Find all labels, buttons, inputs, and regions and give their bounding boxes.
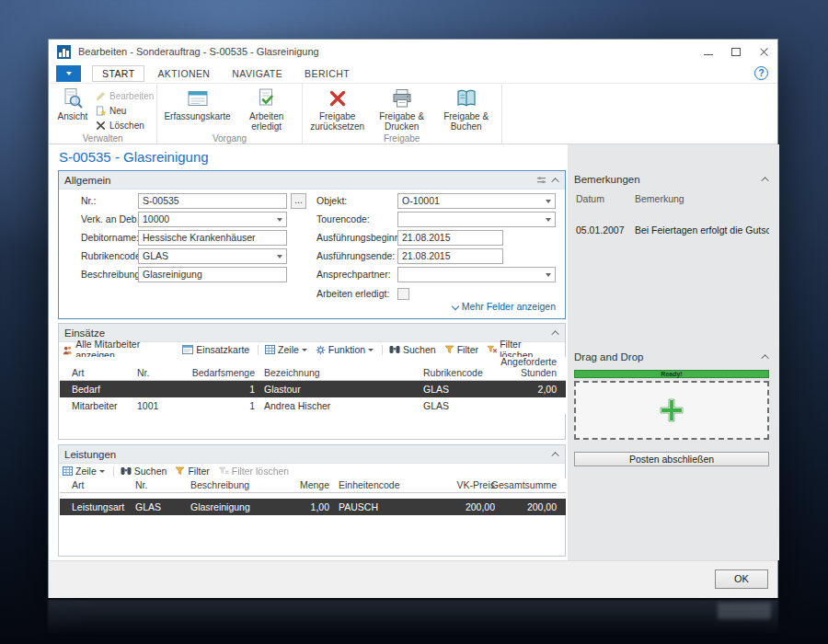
tourencode-field[interactable] <box>397 212 556 227</box>
freigabe-zuruecksetzen-button[interactable]: Freigabe zurücksetzen <box>305 86 370 132</box>
collapse-chevron-icon[interactable] <box>551 178 558 185</box>
ansprechpartner-field[interactable] <box>397 267 556 282</box>
table-row[interactable]: Leistungsart GLAS Glasreinigung 1,00 PAU… <box>60 499 566 515</box>
allgemein-header[interactable]: Allgemein <box>59 171 565 190</box>
ansicht-button[interactable]: Ansicht <box>52 86 94 122</box>
close-button[interactable] <box>750 40 777 63</box>
dropdown-arrow-icon[interactable] <box>277 255 282 259</box>
column-header-bedarfsmenge[interactable]: Bedarfsmenge <box>189 357 255 380</box>
column-header-einheitencode[interactable]: Einheitencode <box>329 478 431 492</box>
help-button[interactable]: ? <box>754 66 768 80</box>
suchen-button[interactable]: Suchen <box>389 344 436 355</box>
arbeiten-erledigt-checkbox[interactable] <box>397 288 409 300</box>
einsatzkarte-button[interactable]: Einsatzkarte <box>182 344 249 355</box>
group-label-verwalten: Verwalten <box>52 132 154 144</box>
work-done-check-icon <box>256 87 278 109</box>
ribbon-tab-row: START AKTIONEN NAVIGATE BERICHT ? <box>49 63 777 84</box>
view-magnifier-icon <box>62 87 84 109</box>
nr-label: Nr.: <box>81 193 96 209</box>
leistungen-toolbar: Zeile Suchen Filter <box>59 464 565 478</box>
leistungen-grid-header: Art Nr. Beschreibung Menge Einheitencode… <box>60 478 566 493</box>
filter-button[interactable]: Filter <box>444 344 478 355</box>
ansprechpartner-label: Ansprechpartner: <box>316 267 391 282</box>
column-header-bemerkung[interactable]: Bemerkung <box>635 193 769 204</box>
zeile-menu-button[interactable]: Zeile <box>63 466 105 477</box>
binoculars-icon <box>389 345 400 354</box>
freigabe-drucken-button[interactable]: Freigabe & Drucken <box>370 86 434 132</box>
entry-card-icon <box>187 87 209 109</box>
collapse-chevron-icon[interactable] <box>761 354 768 362</box>
dropdown-arrow-icon[interactable] <box>546 218 551 222</box>
column-header-gesamtsumme[interactable]: Gesamtsumme <box>495 478 566 492</box>
minimize-button[interactable] <box>695 40 722 63</box>
filter-loeschen-button[interactable]: Filter löschen <box>218 466 289 477</box>
column-header-beschreibung[interactable]: Beschreibung <box>189 478 276 492</box>
tab-bericht[interactable]: BERICHT <box>295 66 359 81</box>
ok-button-reflection <box>718 603 771 619</box>
app-icon <box>57 45 71 59</box>
column-header-nr[interactable]: Nr. <box>133 478 189 492</box>
column-header-angeforderte-stunden[interactable]: Angeforderte Stunden <box>499 357 566 380</box>
delete-x-icon <box>96 121 106 131</box>
app-menu-button[interactable] <box>56 65 81 82</box>
tab-aktionen[interactable]: AKTIONEN <box>148 66 219 81</box>
funktion-menu-button[interactable]: Funktion <box>316 344 374 355</box>
beschreibung-field[interactable]: Glasreinigung <box>138 267 287 282</box>
bemerkungen-header[interactable]: Bemerkungen <box>574 171 769 188</box>
bearbeiten-button[interactable]: Bearbeiten <box>96 88 154 103</box>
loeschen-button[interactable]: Löschen <box>96 118 154 132</box>
ribbon: Ansicht Bearbeiten Neu <box>49 84 777 144</box>
rubrikencode-field[interactable]: GLAS <box>138 248 287 264</box>
suchen-button[interactable]: Suchen <box>121 466 167 477</box>
neu-button[interactable]: Neu <box>96 103 154 118</box>
freigabe-buchen-button[interactable]: Freigabe & Buchen <box>434 86 499 132</box>
column-header-art[interactable]: Art <box>69 478 133 492</box>
beschreibung-label: Beschreibung: <box>81 267 143 282</box>
column-header-menge[interactable]: Menge <box>276 478 329 492</box>
ausfuehrungsbeginn-label: Ausführungsbeginn: <box>316 230 402 246</box>
dropdown-arrow-icon[interactable] <box>546 200 551 203</box>
dropdown-caret-icon <box>99 470 105 473</box>
collapse-chevron-icon[interactable] <box>551 330 558 338</box>
zeile-menu-button[interactable]: Zeile <box>265 344 307 355</box>
dropdown-arrow-icon[interactable] <box>546 273 551 277</box>
tab-navigate[interactable]: NAVIGATE <box>223 66 292 81</box>
erfassungskarte-button[interactable]: Erfassungskarte <box>160 86 234 122</box>
column-header-datum[interactable]: Datum <box>574 193 635 204</box>
leistungen-header[interactable]: Leistungen <box>59 445 565 464</box>
assist-button[interactable]: ... <box>291 193 306 209</box>
dragdrop-header[interactable]: Drag and Drop <box>574 349 769 365</box>
debitorname-field[interactable]: Hessische Krankenhäuser <box>138 230 287 246</box>
filter-button[interactable]: Filter <box>175 466 209 477</box>
column-header-vk-preis[interactable]: VK-Preis <box>431 478 495 492</box>
column-header-bezeichnung[interactable]: Bezeichnung <box>255 357 420 380</box>
table-row[interactable]: Bedarf 1 Glastour GLAS 2,00 <box>60 381 566 397</box>
collapse-chevron-icon[interactable] <box>761 177 768 184</box>
posten-abschliessen-button[interactable]: Posten abschließen <box>574 452 769 466</box>
einsaetze-fasttab: Einsätze Alle Mitarbeiter anzeigen Einsa… <box>58 323 566 440</box>
arbeiten-erledigt-button[interactable]: Arbeiten erledigt <box>235 86 299 132</box>
bemerkung-row[interactable]: 05.01.2007 Bei Feiertagen erfolgt die Gu… <box>574 224 769 236</box>
nr-field[interactable]: S-00535 <box>138 193 287 209</box>
rubrikencode-label: Rubrikencode: <box>81 248 144 264</box>
ausfuehrungsbeginn-field[interactable]: 21.08.2015 <box>397 230 503 246</box>
column-header-nr[interactable]: Nr. <box>135 357 189 380</box>
objekt-field[interactable]: O-10001 <box>397 193 556 209</box>
collapse-chevron-icon[interactable] <box>551 452 558 459</box>
verk-deb-field[interactable]: 10000 <box>138 212 287 227</box>
tab-start[interactable]: START <box>92 65 144 82</box>
more-fields-link[interactable]: Mehr Felder anzeigen <box>453 301 556 312</box>
column-header-rubrikencode[interactable]: Rubrikencode <box>420 357 499 380</box>
ok-button[interactable]: OK <box>715 569 768 589</box>
grid-icon <box>265 345 275 354</box>
new-page-icon <box>96 106 106 116</box>
column-header-art[interactable]: Art <box>69 357 135 380</box>
dropdown-arrow-icon[interactable] <box>277 218 282 222</box>
customize-icon[interactable] <box>536 175 546 185</box>
group-label-freigabe: Freigabe <box>305 132 499 144</box>
maximize-button[interactable] <box>722 40 750 63</box>
ausfuehrungsende-field[interactable]: 21.08.2015 <box>397 248 503 264</box>
people-icon <box>63 345 73 355</box>
table-row[interactable]: Mitarbeiter 1001 1 Andrea Hischer GLAS <box>60 397 566 414</box>
drop-zone[interactable] <box>574 381 769 440</box>
